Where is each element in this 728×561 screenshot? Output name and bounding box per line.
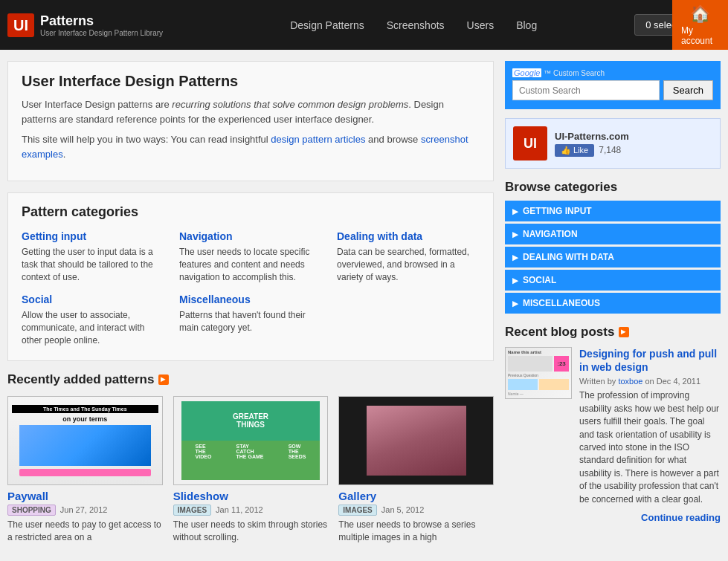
cat-navigation-desc: The user needs to locate specific featur… [179,246,322,283]
category-social: Social Allow the user to associate, comm… [22,294,164,346]
paywall-link[interactable]: Paywall [7,490,163,502]
slideshow-meta: IMAGES Jan 11, 2012 [173,505,329,516]
intro-title: User Interface Design Patterns [22,73,480,90]
my-account-button[interactable]: 🏠 My account [672,0,728,50]
pattern-card-gallery: Gallery IMAGES Jan 5, 2012 The user need… [338,396,494,544]
fb-like-row: 👍 Like 7,148 [555,144,712,157]
arrow-icon: ▶ [512,230,518,239]
blog-author-link[interactable]: toxboe [618,377,642,386]
blog-rss-icon[interactable] [619,327,629,337]
nav-screenshots[interactable]: Screenshots [387,19,445,31]
content-wrap: User Interface Design Patterns User Inte… [0,50,728,561]
browse-cat-navigation[interactable]: ▶ NAVIGATION [505,224,721,244]
fb-like-button[interactable]: 👍 Like [555,144,594,157]
design-pattern-articles-link[interactable]: design pattern articles [271,134,365,145]
paywall-desc: The user needs to pay to get access to a… [7,519,163,544]
intro-box: User Interface Design Patterns User Inte… [7,61,494,181]
main-column: User Interface Design Patterns User Inte… [7,61,494,554]
slideshow-date: Jan 11, 2012 [216,505,263,514]
arrow-icon: ▶ [512,253,518,262]
main-nav: Design Patterns Screenshots Users Blog [193,19,634,31]
gallery-date: Jan 5, 2012 [381,505,425,514]
slideshow-link[interactable]: Slideshow [173,490,329,502]
categories-box: Pattern categories Getting input Getting… [7,192,494,361]
intro-para1: User Interface Design patterns are recur… [22,97,480,126]
search-button[interactable]: Search [663,80,713,100]
browse-categories: Browse categories ▶ GETTING INPUT ▶ NAVI… [505,180,721,314]
search-input-row: Search [512,80,713,100]
cat-social-link[interactable]: Social [22,294,164,305]
cat-dealing-link[interactable]: Dealing with data [337,230,480,242]
gallery-tag: IMAGES [338,505,376,516]
pattern-card-paywall: The Times and The Sunday Times on your t… [7,396,163,544]
gallery-meta: IMAGES Jan 5, 2012 [338,505,494,516]
slideshow-desc: The user needs to skim through stories w… [173,519,329,544]
gallery-link[interactable]: Gallery [338,490,494,502]
ui-logo-small: UI [513,126,547,160]
pattern-cards: The Times and The Sunday Times on your t… [7,396,494,544]
fb-count: 7,148 [599,145,621,155]
cat-misc-link[interactable]: Miscellaneous [179,294,322,305]
blog-byline: Written by toxboe on Dec 4, 2011 [579,377,721,386]
browse-cat-social[interactable]: ▶ SOCIAL [505,270,721,291]
recent-blog-heading: Recent blog posts [505,325,721,340]
paywall-meta: SHOPPING Jun 27, 2012 [7,505,163,516]
category-navigation: Navigation The user needs to locate spec… [179,230,322,283]
header: UI Patterns User Interface Design Patter… [0,0,728,50]
blog-post-thumbnail: Name this artist :23 Previous Question N… [505,347,572,399]
paywall-thumbnail[interactable]: The Times and The Sunday Times on your t… [7,396,163,485]
cat-dealing-desc: Data can be searched, formatted, overvie… [337,246,480,283]
search-input[interactable] [512,80,660,100]
nav-blog[interactable]: Blog [516,19,537,31]
google-label: Google ™ Custom Search [512,68,713,77]
cat-misc-desc: Patterns that haven't found their main c… [179,309,322,334]
blog-post: Name this artist :23 Previous Question N… [505,347,721,523]
browse-cat-getting-input[interactable]: ▶ GETTING INPUT [505,201,721,221]
cat-social-desc: Allow the user to associate, communicate… [22,309,164,346]
cat-getting-input-desc: Getting the user to input data is a task… [22,246,164,283]
gallery-thumbnail[interactable] [338,396,494,485]
gallery-desc: The user needs to browse a series multip… [338,519,494,544]
blog-post-content: Designing for push and pull in web desig… [579,347,721,523]
paywall-date: Jun 27, 2012 [60,505,108,514]
nav-users[interactable]: Users [467,19,495,31]
browse-cat-miscellaneous[interactable]: ▶ MISCELLANEOUS [505,293,721,314]
categories-heading: Pattern categories [22,204,480,220]
pattern-card-slideshow: GREATERTHINGS SEETHEVIDEO STAYCATCHTHE G… [173,396,329,544]
fb-info: UI-Patterns.com 👍 Like 7,148 [555,131,712,157]
facebook-box: UI UI-Patterns.com 👍 Like 7,148 [505,118,721,169]
logo-area[interactable]: UI Patterns User Interface Design Patter… [7,13,163,37]
browse-cat-dealing[interactable]: ▶ DEALING WITH DATA [505,247,721,267]
recently-added-heading: Recently added patterns [7,372,494,387]
paywall-tag: SHOPPING [7,505,56,516]
recent-blog-section: Recent blog posts Name this artist :23 P… [505,325,721,523]
logo-subtitle: User Interface Design Pattern Library [40,29,163,37]
rss-icon[interactable] [158,374,169,385]
search-box: Google ™ Custom Search Search [505,61,721,109]
arrow-icon: ▶ [512,299,518,308]
sidebar: Google ™ Custom Search Search UI UI-Patt… [505,61,721,554]
logo-icon: UI [7,13,34,37]
category-getting-input: Getting input Getting the user to input … [22,230,164,283]
logo-patterns: Patterns [40,13,94,28]
nav-design-patterns[interactable]: Design Patterns [290,19,364,31]
blog-post-title[interactable]: Designing for push and pull in web desig… [579,347,721,374]
recently-added-section: Recently added patterns The Times and Th… [7,372,494,544]
cat-navigation-link[interactable]: Navigation [179,230,322,242]
blog-excerpt: The profession of improving usability as… [579,389,721,506]
logo-text: Patterns User Interface Design Pattern L… [40,13,163,37]
cat-getting-input-link[interactable]: Getting input [22,230,164,242]
home-icon: 🏠 [690,4,710,24]
categories-grid: Getting input Getting the user to input … [22,230,480,347]
fb-site-name: UI-Patterns.com [555,131,712,142]
category-dealing-with-data: Dealing with data Data can be searched, … [337,230,480,283]
continue-reading-link[interactable]: Continue reading [579,512,721,523]
fb-thumbs-icon: 👍 [561,146,571,155]
slideshow-tag: IMAGES [173,505,211,516]
my-account-label: My account [681,25,719,46]
intro-para2: This site will help you in two ways: You… [22,132,480,161]
slideshow-thumbnail[interactable]: GREATERTHINGS SEETHEVIDEO STAYCATCHTHE G… [173,396,329,485]
arrow-icon: ▶ [512,276,518,285]
blog-date: Dec 4, 2011 [657,377,700,386]
arrow-icon: ▶ [512,207,518,215]
